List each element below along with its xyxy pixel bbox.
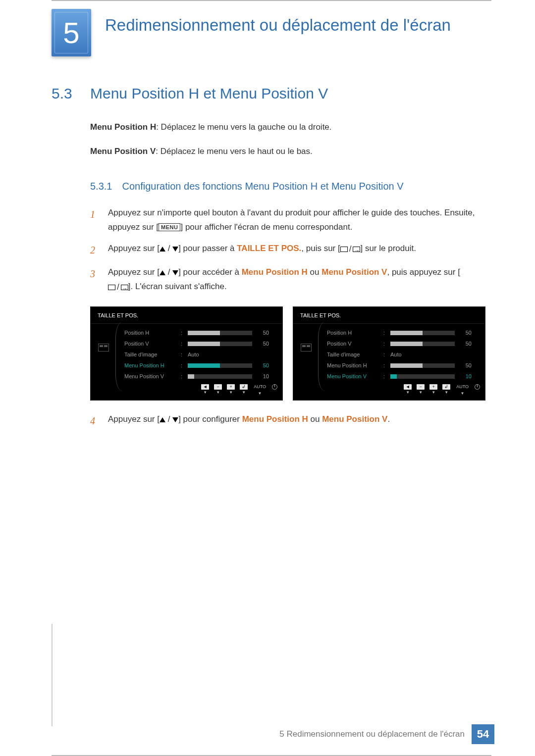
def-v-label: Menu Position V xyxy=(90,147,156,156)
source-enter-icon: / xyxy=(108,280,128,295)
osd-row-position-v: Position V:50 xyxy=(124,339,275,350)
osd-panel-right: TAILLE ET POS. Position H:50 Position V:… xyxy=(293,306,485,401)
step-2: 2 Appuyez sur [ / ] pour passer à TAILLE… xyxy=(90,242,485,258)
top-rule xyxy=(52,0,491,1)
up-icon xyxy=(160,247,165,252)
up-icon xyxy=(160,270,165,275)
osd-row-menu-position-h: Menu Position H:50 xyxy=(327,360,478,371)
step-3: 3 Appuyez sur [ / ] pour accéder à Menu … xyxy=(90,265,485,295)
subsection-heading: 5.3.1 Configuration des fonctions Menu P… xyxy=(90,181,485,192)
down-icon xyxy=(172,247,178,252)
menu-key-icon: MENU xyxy=(159,223,180,231)
step-number: 2 xyxy=(90,242,99,258)
section-heading: 5.3 Menu Position H et Menu Position V xyxy=(52,85,485,102)
section-number: 5.3 xyxy=(52,85,78,102)
def-h-label: Menu Position H xyxy=(90,122,156,132)
osd-row-menu-position-v: Menu Position V:10 xyxy=(327,371,478,382)
step-4: 4 Appuyez sur [ / ] pour configurer Menu… xyxy=(90,412,485,429)
chapter-title: Redimensionnement ou déplacement de l'éc… xyxy=(105,12,451,35)
osd-title: TAILLE ET POS. xyxy=(91,307,282,324)
footer-text: 5 Redimensionnement ou déplacement de l'… xyxy=(279,729,465,739)
down-icon xyxy=(172,417,178,422)
source-enter-icon: / xyxy=(340,242,361,256)
subsection-number: 5.3.1 xyxy=(90,181,112,192)
osd-row-menu-position-v: Menu Position V:10 xyxy=(124,371,275,382)
osd-panel-left: TAILLE ET POS. Position H:50 Position V:… xyxy=(90,306,283,401)
osd-row-position-h: Position H:50 xyxy=(124,328,275,339)
step-1: 1 Appuyez sur n'importe quel bouton à l'… xyxy=(90,206,485,235)
def-h-text: : Déplacez le menu vers la gauche ou la … xyxy=(156,122,331,132)
osd-side-icons xyxy=(293,324,319,391)
osd-row-image-size: Taille d'image:Auto xyxy=(327,350,478,360)
section-body: 5.3 Menu Position H et Menu Position V M… xyxy=(0,56,535,429)
osd-auto-label: AUTO xyxy=(253,383,267,391)
chapter-header: 5 Redimensionnement ou déplacement de l'… xyxy=(0,0,535,56)
section-title: Menu Position H et Menu Position V xyxy=(90,85,328,102)
steps-list: 1 Appuyez sur n'importe quel bouton à l'… xyxy=(90,206,485,429)
step-text: Appuyez sur [ / ] pour passer à TAILLE E… xyxy=(108,242,485,258)
step-number: 1 xyxy=(90,206,99,235)
step-text: Appuyez sur [ / ] pour configurer Menu P… xyxy=(108,412,485,429)
osd-row-position-h: Position H:50 xyxy=(327,328,478,339)
osd-footer-controls: ◄▼ −▼ +▼ ↲▼ AUTO▼ ▼ xyxy=(201,383,277,397)
osd-curve-deco xyxy=(115,322,122,391)
step-number: 3 xyxy=(90,265,99,295)
osd-auto-label: AUTO xyxy=(455,383,470,391)
size-pos-icon xyxy=(98,344,109,352)
osd-footer-controls: ◄▼ −▼ +▼ ↲▼ AUTO▼ ▼ xyxy=(404,383,480,397)
osd-row-image-size: Taille d'image:Auto xyxy=(124,350,275,360)
up-icon xyxy=(160,417,165,422)
osd-row-menu-position-h: Menu Position H:50 xyxy=(124,360,275,371)
osd-title: TAILLE ET POS. xyxy=(293,307,485,324)
osd-side-icons xyxy=(91,324,116,391)
power-icon xyxy=(272,384,277,390)
page-number-badge: 54 xyxy=(472,724,494,744)
osd-row-position-v: Position V:50 xyxy=(327,339,478,350)
size-pos-icon xyxy=(301,344,312,352)
chapter-number-badge: 5 xyxy=(52,9,91,56)
page-footer: 5 Redimensionnement ou déplacement de l'… xyxy=(279,724,494,744)
down-icon xyxy=(172,270,178,275)
def-v-text: : Déplacez le menu vers le haut ou le ba… xyxy=(156,147,313,156)
step-text: Appuyez sur [ / ] pour accéder à Menu Po… xyxy=(108,265,485,295)
osd-curve-deco xyxy=(318,322,325,391)
definitions: Menu Position H: Déplacez le menu vers l… xyxy=(90,120,485,159)
left-rule xyxy=(52,624,53,726)
osd-figures: TAILLE ET POS. Position H:50 Position V:… xyxy=(90,306,485,401)
power-icon xyxy=(475,384,480,390)
step-text: Appuyez sur n'importe quel bouton à l'av… xyxy=(108,206,485,235)
step-number: 4 xyxy=(90,412,99,429)
subsection-title: Configuration des fonctions Menu Positio… xyxy=(122,181,403,192)
